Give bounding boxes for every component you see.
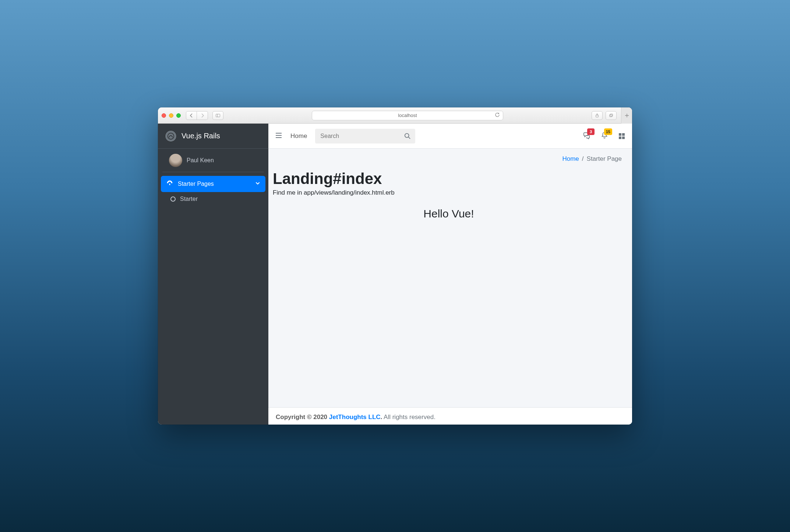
sidebar-toggle-button[interactable]: [212, 111, 223, 120]
svg-rect-8: [622, 133, 625, 136]
share-button[interactable]: [592, 111, 603, 120]
brand[interactable]: Vue.js Rails: [158, 124, 268, 149]
messages-button[interactable]: 3: [583, 131, 591, 141]
url-text: localhost: [398, 113, 417, 118]
page-title: Landing#index: [273, 170, 625, 188]
user-name: Paul Keen: [187, 157, 214, 164]
breadcrumb-home[interactable]: Home: [562, 155, 579, 163]
page-body: Vue.js Rails Paul Keen Starter Pages: [158, 124, 632, 425]
sidebar-nav: Starter Pages Starter: [158, 172, 268, 210]
svg-point-5: [168, 133, 174, 139]
reload-icon[interactable]: [495, 112, 500, 118]
svg-rect-7: [619, 133, 621, 136]
tabs-button[interactable]: [606, 111, 617, 120]
safari-toolbar: localhost: [158, 107, 632, 124]
svg-rect-3: [610, 114, 612, 117]
hamburger-button[interactable]: [275, 132, 282, 141]
address-bar[interactable]: localhost: [312, 111, 503, 120]
dashboard-icon: [166, 180, 173, 188]
page-subtitle: Find me in app/views/landing/index.html.…: [273, 189, 625, 196]
sidebar: Vue.js Rails Paul Keen Starter Pages: [158, 124, 268, 425]
sidebar-item-label: Starter Pages: [178, 181, 214, 187]
safari-right-controls: [592, 111, 628, 120]
close-window-button[interactable]: [162, 113, 166, 118]
footer: Copyright © 2020 JetThoughts LLC. All ri…: [268, 407, 632, 425]
maximize-window-button[interactable]: [176, 113, 181, 118]
footer-rest: All rights reserved.: [382, 414, 435, 421]
breadcrumb-sep: /: [582, 155, 584, 163]
breadcrumb-current: Starter Page: [587, 155, 622, 163]
safari-window: localhost Vue.js Rails: [158, 107, 632, 425]
search-button[interactable]: [400, 129, 415, 143]
svg-rect-4: [610, 114, 613, 116]
brand-logo-icon: [165, 130, 177, 142]
brand-text: Vue.js Rails: [181, 132, 220, 140]
avatar: [169, 154, 182, 167]
topnav-right: 3 15: [583, 131, 625, 141]
sidebar-item-starter-pages[interactable]: Starter Pages: [161, 176, 265, 192]
sidebar-item-starter[interactable]: Starter: [161, 192, 265, 206]
nav-link-home[interactable]: Home: [290, 132, 307, 140]
search-input[interactable]: [315, 133, 400, 139]
apps-grid-button[interactable]: [618, 132, 625, 140]
user-panel[interactable]: Paul Keen: [162, 149, 264, 172]
footer-copyright: Copyright © 2020: [276, 414, 329, 421]
main: Home 3: [268, 124, 632, 425]
back-button[interactable]: [186, 111, 197, 120]
messages-badge: 3: [587, 128, 595, 135]
topnav: Home 3: [268, 124, 632, 149]
minimize-window-button[interactable]: [169, 113, 173, 118]
nav-buttons: [186, 111, 208, 120]
circle-icon: [170, 196, 176, 202]
notifications-button[interactable]: 15: [600, 131, 609, 141]
new-tab-button[interactable]: [621, 107, 632, 124]
hello-text: Hello Vue!: [273, 208, 625, 220]
footer-link[interactable]: JetThoughts LLC: [329, 414, 381, 421]
search-box: [315, 129, 415, 143]
notifications-badge: 15: [604, 128, 612, 135]
window-controls: [162, 113, 181, 118]
sidebar-item-label: Starter: [180, 196, 198, 202]
chevron-down-icon: [255, 181, 260, 187]
svg-rect-10: [622, 136, 625, 139]
breadcrumb: Home / Starter Page: [268, 149, 632, 163]
svg-point-6: [405, 133, 409, 137]
forward-button[interactable]: [197, 111, 208, 120]
svg-rect-0: [216, 114, 220, 117]
svg-rect-9: [619, 136, 621, 139]
content: Landing#index Find me in app/views/landi…: [268, 163, 632, 407]
